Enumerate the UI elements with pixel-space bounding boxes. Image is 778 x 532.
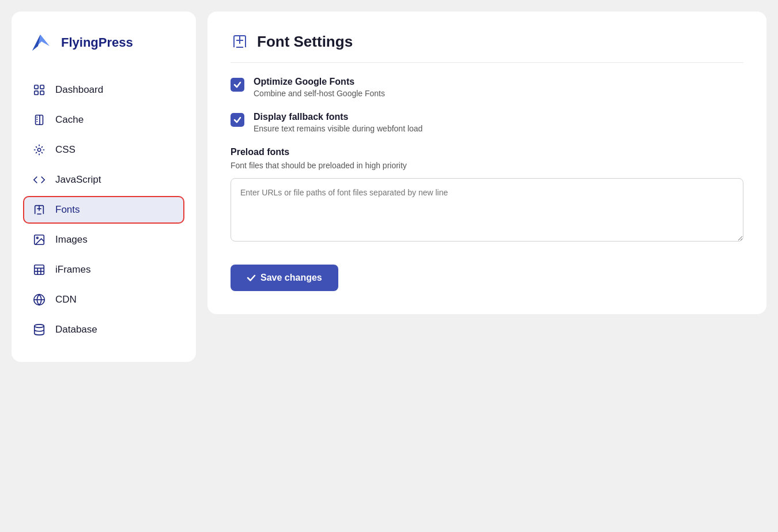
display-fallback-fonts-checkbox-wrapper: [231, 113, 244, 127]
save-changes-button[interactable]: Save changes: [231, 265, 338, 291]
display-fallback-fonts-row: Display fallback fonts Ensure text remai…: [231, 112, 743, 133]
page-title: Font Settings: [257, 33, 353, 51]
database-icon: [32, 323, 46, 337]
font-settings-icon: [231, 32, 249, 51]
cdn-icon: [32, 293, 46, 307]
display-fallback-fonts-title: Display fallback fonts: [254, 112, 422, 122]
optimize-google-fonts-desc: Combine and self-host Google Fonts: [254, 89, 385, 98]
optimize-google-fonts-checkbox[interactable]: [231, 78, 244, 92]
optimize-google-fonts-row: Optimize Google Fonts Combine and self-h…: [231, 77, 743, 98]
sidebar-item-cdn[interactable]: CDN: [23, 286, 184, 314]
content-card: Font Settings Optimize Google Fonts Comb…: [207, 12, 766, 314]
sidebar-item-css-label: CSS: [55, 144, 75, 156]
preload-fonts-desc: Font files that should be preloaded in h…: [231, 161, 743, 170]
cache-icon: [32, 113, 46, 127]
sidebar-item-dashboard-label: Dashboard: [55, 84, 103, 96]
fonts-nav-icon: [32, 203, 46, 217]
save-changes-label: Save changes: [260, 273, 322, 283]
sidebar-item-iframes-label: iFrames: [55, 264, 90, 276]
page-header: Font Settings: [231, 32, 743, 63]
images-icon: [32, 233, 46, 247]
settings-section: Optimize Google Fonts Combine and self-h…: [231, 77, 743, 291]
logo-area: FlyingPress: [23, 30, 184, 55]
sidebar-item-fonts[interactable]: Fonts: [23, 196, 184, 224]
sidebar-item-cache-label: Cache: [55, 114, 84, 126]
sidebar-item-dashboard[interactable]: Dashboard: [23, 76, 184, 104]
sidebar-item-javascript[interactable]: JavaScript: [23, 166, 184, 194]
css-icon: [32, 143, 46, 157]
svg-rect-1: [40, 85, 44, 89]
sidebar-item-database[interactable]: Database: [23, 316, 184, 344]
preload-fonts-textarea[interactable]: [231, 178, 743, 242]
sidebar: FlyingPress Dashboard Cache: [12, 12, 196, 362]
preload-fonts-section: Preload fonts Font files that should be …: [231, 147, 743, 242]
preload-fonts-title: Preload fonts: [231, 147, 743, 157]
sidebar-item-cdn-label: CDN: [55, 294, 77, 305]
svg-rect-2: [35, 91, 38, 95]
sidebar-item-javascript-label: JavaScript: [55, 174, 101, 186]
svg-point-14: [35, 325, 44, 328]
js-icon: [32, 173, 46, 187]
sidebar-item-fonts-label: Fonts: [55, 204, 80, 216]
flyingpress-logo-icon: [28, 30, 53, 55]
checkmark-icon: [247, 273, 256, 282]
optimize-google-fonts-label-group: Optimize Google Fonts Combine and self-h…: [254, 77, 385, 98]
svg-point-6: [36, 237, 38, 239]
logo-text: FlyingPress: [61, 35, 133, 50]
svg-rect-3: [40, 91, 44, 95]
optimize-google-fonts-title: Optimize Google Fonts: [254, 77, 385, 87]
display-fallback-fonts-label-group: Display fallback fonts Ensure text remai…: [254, 112, 422, 133]
main-content: Font Settings Optimize Google Fonts Comb…: [207, 12, 766, 520]
sidebar-item-css[interactable]: CSS: [23, 136, 184, 164]
sidebar-item-database-label: Database: [55, 324, 97, 335]
sidebar-item-cache[interactable]: Cache: [23, 106, 184, 134]
svg-point-4: [37, 148, 41, 152]
svg-rect-7: [35, 265, 44, 275]
optimize-google-fonts-checkbox-wrapper: [231, 78, 244, 92]
display-fallback-fonts-desc: Ensure text remains visible during webfo…: [254, 124, 422, 133]
svg-rect-0: [35, 85, 38, 89]
sidebar-item-iframes[interactable]: iFrames: [23, 256, 184, 284]
sidebar-item-images[interactable]: Images: [23, 226, 184, 254]
dashboard-icon: [32, 83, 46, 97]
display-fallback-fonts-checkbox[interactable]: [231, 113, 244, 127]
sidebar-item-images-label: Images: [55, 234, 88, 246]
iframes-icon: [32, 263, 46, 277]
